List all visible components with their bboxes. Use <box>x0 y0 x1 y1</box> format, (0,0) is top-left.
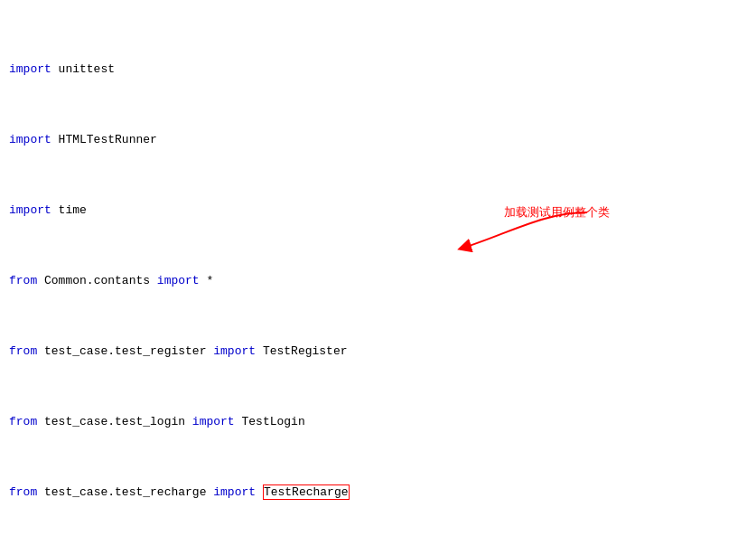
code-line-5: from test_case.test_register import Test… <box>9 343 747 361</box>
annotation-label: 加载测试用例整个类 <box>504 204 610 221</box>
code-line-2: import HTMLTestRunner <box>9 131 747 149</box>
code-line-4: from Common.contants import * <box>9 272 747 290</box>
code-line-7: from test_case.test_recharge import Test… <box>9 484 747 502</box>
code-line-1: import unittest <box>9 61 747 79</box>
highlighted-class-1: TestRecharge <box>263 484 350 500</box>
code-line-3: import time <box>9 202 747 220</box>
code-line-6: from test_case.test_login import TestLog… <box>9 413 747 431</box>
code-container: import unittest import HTMLTestRunner im… <box>0 0 756 555</box>
